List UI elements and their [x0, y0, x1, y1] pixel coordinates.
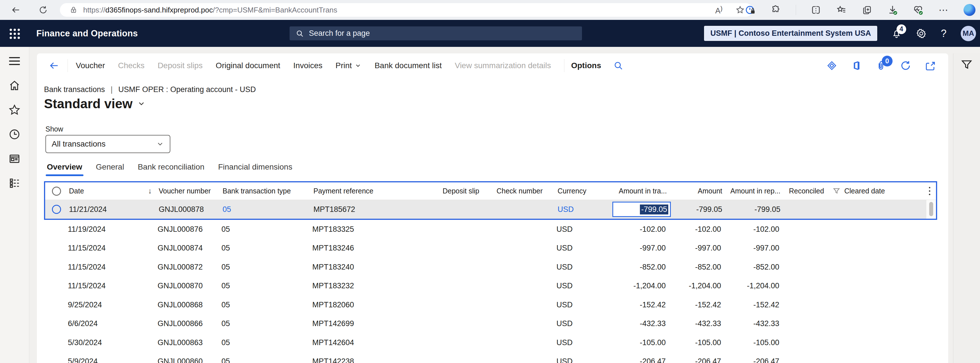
column-header-amount[interactable]: Amount: [671, 187, 727, 195]
column-header-date[interactable]: Date↓: [65, 186, 155, 196]
cell-amount_transaction[interactable]: -152.42: [598, 301, 670, 309]
cell-amount_reporting[interactable]: -1,204.00: [725, 282, 784, 290]
cell-currency[interactable]: USD: [552, 301, 598, 309]
cell-amount_transaction[interactable]: -206.47: [598, 357, 670, 363]
extensions-icon[interactable]: [770, 4, 781, 16]
cell-voucher[interactable]: GNJL000866: [154, 319, 218, 328]
cell-date[interactable]: 5/30/2024: [64, 338, 154, 347]
cell-currency[interactable]: USD: [554, 205, 599, 214]
options-menu[interactable]: Options: [571, 61, 601, 70]
cell-voucher[interactable]: GNJL000874: [154, 244, 218, 253]
column-header-payment_reference[interactable]: Payment reference: [309, 187, 439, 195]
cell-amount[interactable]: -105.00: [670, 338, 725, 347]
cell-amount[interactable]: -852.00: [670, 263, 725, 272]
cell-voucher[interactable]: GNJL000860: [154, 357, 218, 363]
cell-amount_reporting[interactable]: -799.05: [727, 205, 785, 214]
action-item-voucher[interactable]: Voucher: [76, 61, 105, 70]
browser-settings-icon[interactable]: ⋯: [938, 4, 949, 16]
amount-edit-input[interactable]: -799.05: [612, 202, 671, 217]
cell-payment_reference[interactable]: MPT185672: [309, 205, 439, 214]
cell-currency[interactable]: USD: [552, 319, 598, 328]
row-select-radio[interactable]: [52, 205, 61, 214]
cell-type[interactable]: 05: [218, 301, 308, 309]
grid-scrollbar[interactable]: [926, 200, 936, 219]
cell-link[interactable]: USD: [558, 205, 574, 213]
column-header-reconciled[interactable]: Reconciled: [785, 187, 840, 195]
cell-amount_transaction[interactable]: -105.00: [598, 338, 670, 347]
cell-amount_reporting[interactable]: -852.00: [725, 263, 784, 272]
cell-date[interactable]: 5/9/2024: [64, 357, 154, 363]
address-bar[interactable]: https://d365finops-sand.hifxpreprod.poc/…: [60, 3, 752, 17]
page-search-input[interactable]: Search for a page: [290, 26, 582, 40]
column-header-check_number[interactable]: Check number: [493, 187, 554, 195]
cell-payment_reference[interactable]: MPT142238: [308, 357, 438, 363]
cell-payment_reference[interactable]: MPT183325: [308, 225, 438, 234]
favorites-star-icon[interactable]: [8, 103, 21, 116]
home-icon[interactable]: [8, 79, 21, 92]
column-header-type[interactable]: Bank transaction type: [219, 187, 309, 195]
browser-refresh-icon[interactable]: [38, 4, 49, 16]
cell-date[interactable]: 9/25/2024: [64, 301, 154, 309]
cell-voucher[interactable]: GNJL000878: [155, 205, 219, 214]
cell-amount_reporting[interactable]: -206.47: [725, 357, 784, 363]
grid-more-options-icon[interactable]: [929, 187, 930, 195]
action-item-print[interactable]: Print: [336, 61, 362, 70]
cell-amount_transaction[interactable]: -799.05: [599, 202, 671, 217]
notifications-button[interactable]: 4: [891, 29, 902, 39]
power-apps-icon[interactable]: [826, 60, 837, 71]
collections-icon[interactable]: [836, 4, 847, 16]
cell-amount_transaction[interactable]: -1,204.00: [598, 282, 670, 290]
column-header-currency[interactable]: Currency: [554, 187, 599, 195]
copy-tab-icon[interactable]: [861, 4, 873, 16]
column-filter-funnel-icon[interactable]: [833, 187, 840, 195]
breadcrumb-page[interactable]: Bank transactions: [44, 85, 105, 94]
cell-payment_reference[interactable]: MPT183232: [308, 282, 438, 290]
cell-type[interactable]: 05: [218, 282, 308, 290]
column-header-voucher[interactable]: Voucher number: [155, 187, 219, 195]
company-picker-button[interactable]: USMF | Contoso Entertainment System USA: [704, 26, 877, 41]
cell-amount[interactable]: -997.00: [670, 244, 725, 253]
cell-payment_reference[interactable]: MPT183240: [308, 263, 438, 272]
read-aloud-icon[interactable]: A): [715, 5, 722, 15]
cell-amount_reporting[interactable]: -997.00: [725, 244, 784, 253]
show-filter-dropdown[interactable]: All transactions: [45, 135, 170, 153]
user-avatar[interactable]: MA: [961, 26, 976, 41]
cell-amount_transaction[interactable]: -102.00: [598, 225, 670, 234]
cell-amount[interactable]: -102.00: [670, 225, 725, 234]
cell-voucher[interactable]: GNJL000868: [154, 301, 218, 309]
cell-payment_reference[interactable]: MPT182060: [308, 301, 438, 309]
column-header-cleared_date[interactable]: Cleared date: [840, 187, 890, 195]
cell-type[interactable]: 05: [218, 338, 308, 347]
cell-voucher[interactable]: GNJL000876: [154, 225, 218, 234]
cell-amount_transaction[interactable]: -997.00: [598, 244, 670, 253]
column-header-amount_transaction[interactable]: Amount in tra...: [599, 187, 671, 195]
select-all-radio[interactable]: [52, 186, 61, 196]
cell-currency[interactable]: USD: [552, 282, 598, 290]
view-selector[interactable]: Standard view: [44, 96, 146, 111]
table-row[interactable]: 11/15/2024GNJL00087405MPT183246USD-997.0…: [44, 239, 937, 258]
split-screen-icon[interactable]: [810, 4, 822, 16]
cell-date[interactable]: 11/15/2024: [64, 263, 154, 272]
copilot-icon[interactable]: [964, 4, 975, 16]
cell-date[interactable]: 11/19/2024: [64, 225, 154, 234]
filter-funnel-icon[interactable]: [961, 59, 973, 363]
tab-financial-dimensions[interactable]: Financial dimensions: [218, 162, 292, 175]
cell-voucher[interactable]: GNJL000870: [154, 282, 218, 290]
lock-icon[interactable]: [68, 4, 79, 16]
cell-date[interactable]: 11/15/2024: [64, 244, 154, 253]
action-item-invoices[interactable]: Invoices: [293, 61, 323, 70]
table-row[interactable]: 9/25/2024GNJL00086805MPT182060USD-152.42…: [44, 295, 937, 314]
cell-payment_reference[interactable]: MPT142604: [308, 338, 438, 347]
cell-amount_reporting[interactable]: -152.42: [725, 301, 784, 309]
cell-amount_reporting[interactable]: -102.00: [725, 225, 784, 234]
cell-type[interactable]: 05: [218, 244, 308, 253]
browser-back-icon[interactable]: [10, 4, 22, 16]
cell-amount[interactable]: -1,204.00: [670, 282, 725, 290]
grid-header-row[interactable]: Date↓Voucher numberBank transaction type…: [45, 182, 936, 200]
table-row[interactable]: 11/15/2024GNJL00087005MPT183232USD-1,204…: [44, 277, 937, 296]
table-row[interactable]: 5/9/2024GNJL00086005MPT142238USD-206.47-…: [44, 352, 937, 363]
cell-currency[interactable]: USD: [552, 244, 598, 253]
cell-currency[interactable]: USD: [552, 357, 598, 363]
office-icon[interactable]: [851, 60, 862, 71]
refresh-icon[interactable]: [900, 60, 911, 71]
